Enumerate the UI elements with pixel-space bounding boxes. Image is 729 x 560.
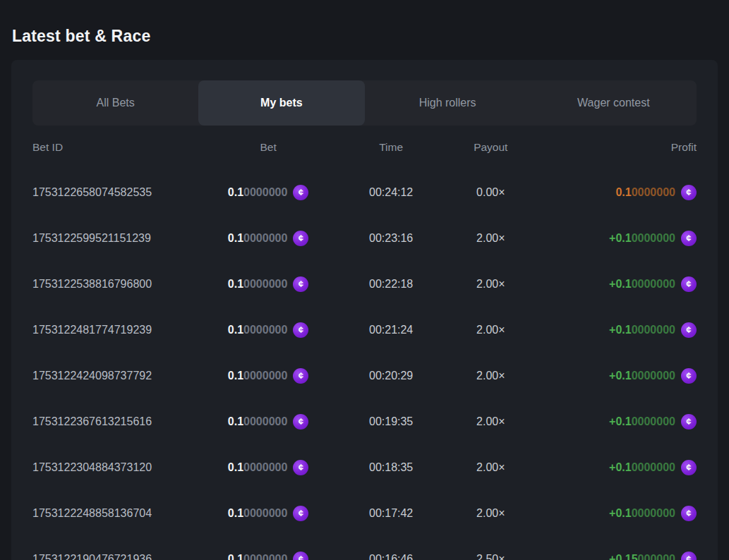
bet-time: 00:19:35 xyxy=(338,415,445,428)
bet-id: 1753122304884373120 xyxy=(32,461,198,474)
table-row[interactable]: 1753122424098737792 0.10000000 ¢ 00:20:2… xyxy=(32,353,697,398)
coin-icon: ¢ xyxy=(293,322,308,338)
bet-amount-zeros: 0000000 xyxy=(243,232,287,244)
bet-time: 00:16:46 xyxy=(338,553,445,560)
header-payout: Payout xyxy=(444,141,537,154)
bet-payout: 2.00× xyxy=(444,415,537,428)
profit-significant: +0.1 xyxy=(609,324,632,336)
bet-id: 1753122599521151239 xyxy=(32,232,198,245)
table-row[interactable]: 1753122304884373120 0.10000000 ¢ 00:18:3… xyxy=(32,444,697,490)
profit-significant: +0.1 xyxy=(609,370,632,382)
profit-zeros: 0000000 xyxy=(632,370,675,382)
bet-payout: 2.00× xyxy=(444,232,537,245)
table-row[interactable]: 1753122367613215616 0.10000000 ¢ 00:19:3… xyxy=(32,398,697,444)
bet-amount: 0.10000000 ¢ xyxy=(198,414,338,430)
bet-amount-zeros: 0000000 xyxy=(243,415,287,427)
table-row[interactable]: 1753122538816796800 0.10000000 ¢ 00:22:1… xyxy=(32,261,697,307)
tab-wager-contest[interactable]: Wager contest xyxy=(531,80,697,126)
bet-amount-significant: 0.1 xyxy=(228,232,243,244)
bet-profit: 0.10000000 ¢ xyxy=(537,185,697,200)
table-body: 1753122658074582535 0.10000000 ¢ 00:24:1… xyxy=(32,169,697,560)
coin-icon: ¢ xyxy=(681,506,697,521)
profit-zeros: 0000000 xyxy=(632,324,675,336)
bet-time: 00:23:16 xyxy=(338,232,445,245)
bet-profit: +0.10000000 ¢ xyxy=(537,506,697,521)
coin-icon: ¢ xyxy=(293,414,308,430)
profit-significant: +0.1 xyxy=(609,461,632,473)
profit-zeros: 0000000 xyxy=(632,186,675,198)
bet-profit: +0.10000000 ¢ xyxy=(537,414,697,430)
coin-icon: ¢ xyxy=(681,552,697,560)
bet-amount-zeros: 0000000 xyxy=(243,461,287,473)
bet-profit: +0.10000000 ¢ xyxy=(537,231,697,246)
bet-id: 1753122538816796800 xyxy=(32,278,198,291)
bet-id: 1753122424098737792 xyxy=(32,370,198,382)
bet-payout: 2.00× xyxy=(444,278,537,291)
bet-payout: 2.00× xyxy=(444,507,537,520)
table-row[interactable]: 1753122481774719239 0.10000000 ¢ 00:21:2… xyxy=(32,307,697,353)
latest-bets-panel: All Bets My bets High rollers Wager cont… xyxy=(11,60,718,560)
table-row[interactable]: 1753122658074582535 0.10000000 ¢ 00:24:1… xyxy=(32,169,697,215)
coin-icon: ¢ xyxy=(681,231,697,246)
bet-profit: +0.10000000 ¢ xyxy=(537,322,697,338)
profit-significant: +0.1 xyxy=(609,415,632,427)
coin-icon: ¢ xyxy=(681,322,697,338)
bet-amount-significant: 0.1 xyxy=(228,324,243,336)
bet-payout: 2.00× xyxy=(444,370,537,382)
bet-amount-zeros: 0000000 xyxy=(243,278,287,290)
bet-amount-zeros: 0000000 xyxy=(243,553,287,560)
profit-significant: +0.1 xyxy=(609,278,632,290)
bet-time: 00:20:29 xyxy=(338,370,445,382)
profit-zeros: 0000000 xyxy=(632,415,675,427)
bet-amount-significant: 0.1 xyxy=(228,415,243,427)
bets-tab-bar: All Bets My bets High rollers Wager cont… xyxy=(32,80,697,126)
bet-amount-zeros: 0000000 xyxy=(243,324,287,336)
bet-payout: 0.00× xyxy=(444,186,537,199)
bet-id: 1753122658074582535 xyxy=(32,186,198,199)
profit-significant: +0.1 xyxy=(609,507,632,519)
coin-icon: ¢ xyxy=(681,185,697,200)
bet-id: 1753122190476721936 xyxy=(32,553,198,560)
table-row[interactable]: 1753122190476721936 0.10000000 ¢ 00:16:4… xyxy=(32,536,697,560)
bet-time: 00:21:24 xyxy=(338,324,445,336)
tab-high-rollers[interactable]: High rollers xyxy=(365,80,531,126)
bet-amount-significant: 0.1 xyxy=(228,461,243,473)
profit-significant: +0.1 xyxy=(609,232,632,244)
bet-amount-significant: 0.1 xyxy=(228,186,243,198)
bet-amount-significant: 0.1 xyxy=(228,553,243,560)
tab-my-bets[interactable]: My bets xyxy=(198,80,364,126)
coin-icon: ¢ xyxy=(681,276,697,292)
table-row[interactable]: 1753122599521151239 0.10000000 ¢ 00:23:1… xyxy=(32,215,697,261)
bet-id: 1753122367613215616 xyxy=(32,415,198,428)
coin-icon: ¢ xyxy=(681,414,697,430)
bet-id: 1753122481774719239 xyxy=(32,324,198,336)
profit-zeros: 0000000 xyxy=(632,507,675,519)
bet-amount-significant: 0.1 xyxy=(228,278,243,290)
page-title: Latest bet & Race xyxy=(0,0,729,46)
header-profit: Profit xyxy=(537,141,697,154)
header-time: Time xyxy=(338,141,445,154)
bet-amount: 0.10000000 ¢ xyxy=(198,552,338,560)
bet-profit: +0.10000000 ¢ xyxy=(537,460,697,475)
coin-icon: ¢ xyxy=(293,185,308,200)
bet-time: 00:24:12 xyxy=(338,186,445,199)
coin-icon: ¢ xyxy=(681,460,697,475)
tab-all-bets[interactable]: All Bets xyxy=(32,80,198,126)
coin-icon: ¢ xyxy=(293,368,308,384)
profit-zeros: 0000000 xyxy=(632,278,675,290)
bet-time: 00:17:42 xyxy=(338,507,445,520)
bet-profit: +0.15000000 ¢ xyxy=(537,552,697,560)
bet-payout: 2.00× xyxy=(444,461,537,474)
coin-icon: ¢ xyxy=(681,368,697,384)
bet-time: 00:22:18 xyxy=(338,278,445,291)
bet-id: 1753122248858136704 xyxy=(32,507,198,520)
bet-payout: 2.50× xyxy=(444,553,537,560)
bet-amount: 0.10000000 ¢ xyxy=(198,276,338,292)
bet-amount-significant: 0.1 xyxy=(228,370,243,382)
bet-amount: 0.10000000 ¢ xyxy=(198,460,338,475)
bet-amount-zeros: 0000000 xyxy=(243,370,287,382)
bet-amount: 0.10000000 ¢ xyxy=(198,506,338,521)
table-header-row: Bet ID Bet Time Payout Profit xyxy=(32,126,697,169)
profit-zeros: 0000000 xyxy=(632,232,675,244)
table-row[interactable]: 1753122248858136704 0.10000000 ¢ 00:17:4… xyxy=(32,490,697,536)
